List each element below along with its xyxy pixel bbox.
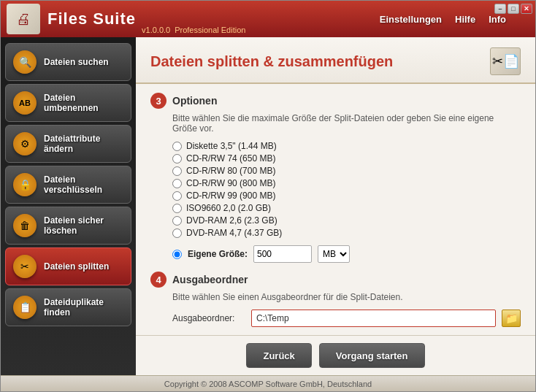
sidebar: 🔍 Dateien suchen AB Dateien umbenennen ⚙… — [1, 37, 136, 375]
output-folder-row: Ausgabeordner: 📁 — [172, 310, 521, 327]
radio-disk35-label: Diskette 3,5" (1.44 MB) — [186, 141, 277, 151]
sidebar-item-search[interactable]: 🔍 Dateien suchen — [5, 43, 131, 81]
radio-cdr99-label: CD-R/RW 99 (900 MB) — [186, 191, 275, 201]
sidebar-label-split: Dateien splitten — [44, 261, 109, 272]
nav-settings[interactable]: Einstellungen — [380, 14, 442, 25]
app-title: Files Suite — [47, 9, 136, 28]
sidebar-item-delete[interactable]: 🗑 Dateien sicher löschen — [5, 207, 131, 245]
delete-icon: 🗑 — [13, 214, 37, 237]
sidebar-label-duplicates: Dateiduplikate finden — [44, 297, 123, 318]
radio-cdr74[interactable]: CD-R/RW 74 (650 MB) — [172, 153, 521, 164]
sidebar-label-encrypt: Dateien verschlüsseln — [44, 174, 123, 195]
maximize-button[interactable]: □ — [508, 4, 519, 14]
custom-size-label: Eigene Größe: — [188, 249, 248, 259]
output-section-title: Ausgabeordner — [172, 274, 248, 285]
content-area: Dateien splitten & zusammenfügen ✂📄 3 Op… — [136, 37, 535, 375]
radio-dvdram26[interactable]: DVD-RAM 2,6 (2.3 GB) — [172, 215, 521, 226]
radio-iso-input[interactable] — [172, 204, 182, 213]
options-section-title: Optionen — [172, 95, 217, 107]
output-section-desc: Bitte wählen Sie einen Ausgabeordner für… — [172, 292, 521, 302]
app-logo: 🖨 — [7, 4, 40, 34]
sidebar-label-delete: Dateien sicher löschen — [44, 215, 123, 236]
encrypt-icon: 🔒 — [13, 173, 37, 196]
output-folder-label: Ausgabeordner: — [172, 313, 245, 323]
custom-size-radio[interactable] — [172, 250, 182, 259]
split-icon: ✂ — [13, 255, 37, 278]
browse-folder-button[interactable]: 📁 — [502, 310, 521, 327]
radio-disk35-input[interactable] — [172, 142, 182, 151]
sidebar-item-rename[interactable]: AB Dateien umbenennen — [5, 84, 131, 122]
output-section-header: 4 Ausgabeordner — [150, 272, 521, 288]
sidebar-label-search: Dateien suchen — [44, 57, 109, 67]
printer-icon: 🖨 — [16, 11, 31, 28]
custom-size-row: Eigene Größe: KB MB GB — [172, 245, 521, 263]
unit-select[interactable]: KB MB GB — [318, 245, 350, 263]
app-version: v1.0.0.0 — [142, 26, 170, 34]
main-layout: 🔍 Dateien suchen AB Dateien umbenennen ⚙… — [1, 37, 535, 375]
radio-cdr80-label: CD-R/RW 80 (700 MB) — [186, 166, 275, 176]
radio-dvdram47[interactable]: DVD-RAM 4,7 (4.37 GB) — [172, 228, 521, 238]
radio-cdr90[interactable]: CD-R/RW 90 (800 MB) — [172, 178, 521, 188]
radio-dvdram47-label: DVD-RAM 4,7 (4.37 GB) — [186, 228, 282, 238]
options-section-header: 3 Optionen — [150, 93, 521, 109]
rename-icon: AB — [13, 91, 37, 115]
nav-menu: Einstellungen Hilfe Info — [380, 14, 506, 25]
sidebar-label-attributes: Dateiattribute ändern — [44, 134, 123, 154]
sidebar-item-split[interactable]: ✂ Dateien splitten — [5, 247, 131, 285]
content-body: 3 Optionen Bitte wählen Sie die maximale… — [136, 84, 535, 335]
size-radio-group: Diskette 3,5" (1.44 MB) CD-R/RW 74 (650 … — [172, 141, 521, 238]
search-icon: 🔍 — [13, 50, 37, 74]
statusbar: Copyright © 2008 ASCOMP Software GmbH, D… — [1, 375, 535, 391]
radio-dvdram47-input[interactable] — [172, 228, 182, 238]
radio-iso-label: ISO9660 2,0 (2.0 GB) — [186, 203, 271, 213]
content-footer: Zurück Vorgang starten — [136, 335, 535, 375]
radio-cdr74-input[interactable] — [172, 154, 182, 164]
sidebar-label-rename: Dateien umbenennen — [44, 93, 123, 113]
page-title: Dateien splitten & zusammenfügen — [150, 53, 393, 70]
start-button[interactable]: Vorgang starten — [319, 343, 425, 368]
close-button[interactable]: ✕ — [521, 4, 532, 14]
minimize-button[interactable]: – — [494, 4, 506, 14]
content-header-icon: ✂📄 — [490, 47, 521, 75]
radio-cdr99-input[interactable] — [172, 191, 182, 201]
back-button[interactable]: Zurück — [246, 343, 311, 368]
radio-disk35[interactable]: Diskette 3,5" (1.44 MB) — [172, 141, 521, 151]
sidebar-item-attributes[interactable]: ⚙ Dateiattribute ändern — [5, 125, 131, 163]
radio-cdr80-input[interactable] — [172, 166, 182, 176]
radio-cdr74-label: CD-R/RW 74 (650 MB) — [186, 153, 275, 164]
content-header: Dateien splitten & zusammenfügen ✂📄 — [136, 37, 535, 84]
options-section-number: 3 — [150, 93, 166, 109]
titlebar: 🖨 Files Suite v1.0.0.0 Professional Edit… — [1, 1, 535, 37]
radio-dvdram26-input[interactable] — [172, 216, 182, 226]
options-section-desc: Bitte wählen Sie die maximale Größe der … — [172, 113, 521, 134]
attributes-icon: ⚙ — [13, 132, 37, 155]
main-window: 🖨 Files Suite v1.0.0.0 Professional Edit… — [0, 0, 536, 392]
window-controls: – □ ✕ — [494, 4, 532, 14]
output-folder-input[interactable] — [251, 310, 496, 327]
radio-iso[interactable]: ISO9660 2,0 (2.0 GB) — [172, 203, 521, 213]
radio-cdr90-input[interactable] — [172, 179, 182, 188]
app-edition: Professional Edition — [175, 26, 245, 34]
nav-help[interactable]: Hilfe — [455, 14, 475, 25]
sidebar-item-duplicates[interactable]: 📋 Dateiduplikate finden — [5, 288, 131, 326]
custom-size-input[interactable] — [253, 245, 312, 263]
radio-cdr80[interactable]: CD-R/RW 80 (700 MB) — [172, 166, 521, 176]
radio-cdr90-label: CD-R/RW 90 (800 MB) — [186, 178, 275, 188]
copyright-text: Copyright © 2008 ASCOMP Software GmbH, D… — [164, 380, 372, 388]
radio-cdr99[interactable]: CD-R/RW 99 (900 MB) — [172, 191, 521, 201]
nav-info[interactable]: Info — [489, 14, 506, 25]
duplicates-icon: 📋 — [13, 296, 37, 319]
sidebar-item-encrypt[interactable]: 🔒 Dateien verschlüsseln — [5, 166, 131, 204]
output-section-number: 4 — [150, 272, 166, 288]
radio-dvdram26-label: DVD-RAM 2,6 (2.3 GB) — [186, 215, 277, 226]
